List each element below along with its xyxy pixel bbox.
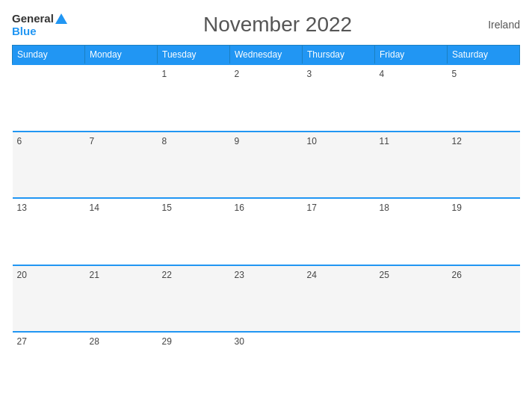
calendar-empty-cell (375, 332, 448, 399)
weekday-header-saturday: Saturday (448, 46, 520, 65)
calendar-week-row: 12345 (13, 64, 520, 132)
country-label: Ireland (488, 19, 520, 31)
calendar-day-18: 18 (375, 198, 448, 265)
day-number: 19 (452, 203, 462, 213)
calendar-day-30: 30 (230, 332, 303, 399)
calendar-day-12: 12 (448, 132, 520, 199)
calendar-empty-cell (13, 64, 85, 132)
calendar-day-4: 4 (375, 64, 448, 132)
logo: General Blue (12, 12, 67, 37)
calendar-day-29: 29 (158, 332, 230, 399)
logo-blue-text: Blue (12, 25, 37, 37)
calendar-day-6: 6 (13, 132, 85, 199)
calendar-day-19: 19 (448, 198, 520, 265)
day-number: 15 (162, 203, 172, 213)
calendar-day-7: 7 (85, 132, 158, 199)
calendar-day-22: 22 (158, 265, 230, 333)
calendar-day-2: 2 (230, 64, 303, 132)
day-number: 11 (380, 136, 389, 146)
day-number: 30 (235, 336, 244, 347)
calendar-body: 1234567891011121314151617181920212223242… (13, 64, 520, 399)
day-number: 6 (17, 136, 22, 146)
day-number: 12 (452, 136, 462, 146)
day-number: 8 (162, 136, 167, 146)
logo-triangle-icon (55, 13, 67, 24)
calendar-day-25: 25 (375, 265, 448, 333)
day-number: 14 (90, 203, 99, 213)
calendar-day-15: 15 (158, 198, 230, 265)
calendar-day-28: 28 (85, 332, 158, 399)
day-number: 21 (90, 270, 99, 280)
calendar-header: SundayMondayTuesdayWednesdayThursdayFrid… (13, 46, 520, 65)
calendar-day-5: 5 (448, 64, 520, 132)
calendar-day-11: 11 (375, 132, 448, 199)
calendar-day-13: 13 (13, 198, 85, 265)
day-number: 4 (380, 69, 385, 79)
day-number: 24 (307, 270, 317, 280)
calendar-week-row: 20212223242526 (13, 265, 520, 333)
day-number: 10 (307, 136, 317, 146)
logo-general-text: General (12, 12, 54, 25)
calendar-day-23: 23 (230, 265, 303, 333)
page-header: General Blue November 2022 Ireland (12, 12, 520, 37)
calendar-day-16: 16 (230, 198, 303, 265)
day-number: 29 (162, 336, 172, 347)
calendar-day-14: 14 (85, 198, 158, 265)
day-number: 26 (452, 270, 462, 280)
weekday-header-friday: Friday (375, 46, 448, 65)
calendar-day-1: 1 (158, 64, 230, 132)
calendar-day-3: 3 (303, 64, 375, 132)
calendar-week-row: 13141516171819 (13, 198, 520, 265)
day-number: 5 (452, 69, 457, 79)
day-number: 7 (90, 136, 95, 146)
calendar-empty-cell (303, 332, 375, 399)
day-number: 13 (17, 203, 27, 213)
day-number: 3 (307, 69, 312, 79)
calendar-day-17: 17 (303, 198, 375, 265)
weekday-header-wednesday: Wednesday (230, 46, 303, 65)
calendar-day-26: 26 (448, 265, 520, 333)
calendar-day-21: 21 (85, 265, 158, 333)
calendar-table: SundayMondayTuesdayWednesdayThursdayFrid… (12, 45, 520, 399)
calendar-day-27: 27 (13, 332, 85, 399)
weekday-header-row: SundayMondayTuesdayWednesdayThursdayFrid… (13, 46, 520, 65)
day-number: 17 (307, 203, 317, 213)
calendar-empty-cell (448, 332, 520, 399)
calendar-week-row: 27282930 (13, 332, 520, 399)
weekday-header-tuesday: Tuesday (158, 46, 230, 65)
weekday-header-monday: Monday (85, 46, 158, 65)
weekday-header-sunday: Sunday (13, 46, 85, 65)
day-number: 22 (162, 270, 172, 280)
day-number: 25 (380, 270, 389, 280)
day-number: 9 (235, 136, 240, 146)
day-number: 1 (162, 69, 167, 79)
calendar-day-24: 24 (303, 265, 375, 333)
day-number: 18 (380, 203, 389, 213)
calendar-day-20: 20 (13, 265, 85, 333)
day-number: 20 (17, 270, 27, 280)
day-number: 2 (235, 69, 240, 79)
calendar-title: November 2022 (203, 13, 352, 37)
calendar-empty-cell (85, 64, 158, 132)
calendar-day-9: 9 (230, 132, 303, 199)
calendar-day-8: 8 (158, 132, 230, 199)
calendar-day-10: 10 (303, 132, 375, 199)
calendar-week-row: 6789101112 (13, 132, 520, 199)
day-number: 28 (90, 336, 99, 347)
weekday-header-thursday: Thursday (303, 46, 375, 65)
day-number: 27 (17, 336, 27, 347)
day-number: 23 (235, 270, 244, 280)
day-number: 16 (235, 203, 244, 213)
